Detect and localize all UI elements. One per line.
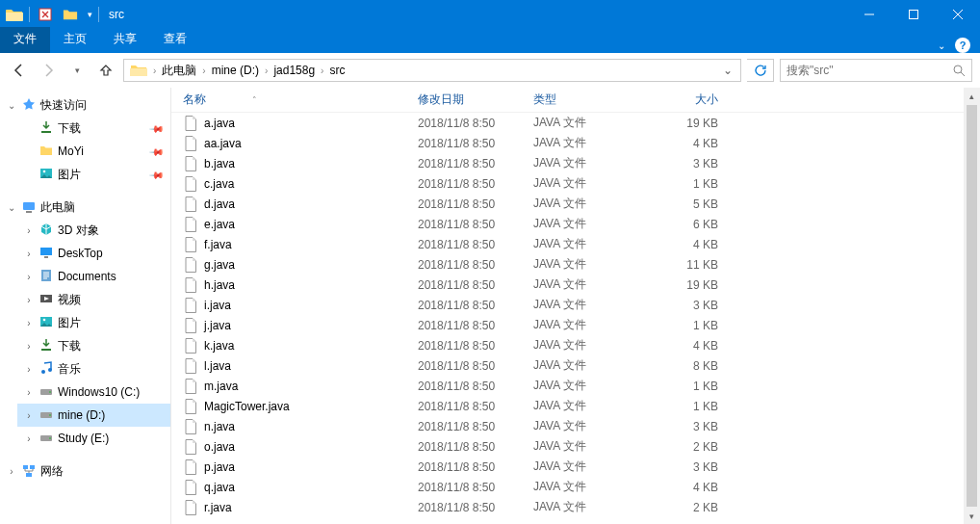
minimize-button[interactable] [847,0,891,29]
chevron-right-icon[interactable]: › [23,410,35,421]
file-date: 2018/11/8 8:50 [418,339,533,353]
search-box[interactable] [780,59,972,82]
nav-recent-button[interactable]: ▾ [65,59,89,82]
tree-item-pc[interactable]: ›DeskTop [17,242,170,265]
file-row[interactable]: e.java2018/11/8 8:50JAVA 文件6 KB [171,214,980,234]
scroll-up-button[interactable]: ▴ [964,88,980,104]
chevron-right-icon[interactable]: › [23,225,35,236]
chevron-right-icon[interactable]: › [23,295,35,305]
crumb-thispc[interactable]: 此电脑 [158,63,200,79]
file-row[interactable]: c.java2018/11/8 8:50JAVA 文件1 KB [171,173,980,194]
nav-up-button[interactable] [94,59,117,82]
crumb-folder2[interactable]: src [325,64,348,77]
file-size: 1 KB [653,319,730,332]
chevron-right-icon[interactable]: › [23,387,35,398]
chevron-right-icon[interactable]: › [23,249,35,259]
ribbon-expand-button[interactable]: ⌄ [938,40,945,51]
chevron-right-icon[interactable]: › [23,318,35,328]
help-button[interactable]: ? [955,38,970,53]
tree-item-pc[interactable]: ›Windows10 (C:) [17,380,170,404]
tab-view[interactable]: 查看 [150,27,200,53]
file-row[interactable]: p.java2018/11/8 8:50JAVA 文件3 KB [171,457,980,477]
file-row[interactable]: g.java2018/11/8 8:50JAVA 文件11 KB [171,254,980,275]
tree-item-pc[interactable]: ›mine (D:) [17,404,170,427]
file-row[interactable]: j.java2018/11/8 8:50JAVA 文件1 KB [171,315,980,335]
file-row[interactable]: d.java2018/11/8 8:50JAVA 文件5 KB [171,194,980,214]
search-input[interactable] [787,64,941,77]
chevron-down-icon[interactable]: ⌄ [6,100,17,111]
tree-item-label: mine (D:) [58,408,105,422]
file-row[interactable]: a.java2018/11/8 8:50JAVA 文件19 KB [171,113,980,133]
close-button[interactable] [936,0,980,29]
tree-item-pc[interactable]: ›Study (E:) [17,427,170,450]
crumb-drive[interactable]: mine (D:) [208,64,263,77]
column-header-name[interactable]: 名称˄ [183,92,418,108]
nav-forward-button[interactable] [37,59,60,82]
tree-item-pc[interactable]: ›视频 [17,288,170,311]
chevron-right-icon[interactable]: › [200,66,207,76]
tree-item-pc[interactable]: ›图片 [17,311,170,334]
qat-properties-button[interactable] [36,5,55,24]
chevron-right-icon[interactable]: › [23,341,35,352]
tree-item-pc[interactable]: ›3D 对象 [17,219,170,242]
file-rows[interactable]: a.java2018/11/8 8:50JAVA 文件19 KBaa.java2… [171,113,980,524]
chevron-right-icon[interactable]: › [319,66,325,76]
tree-this-pc[interactable]: ⌄ 此电脑 [0,196,170,219]
file-row[interactable]: o.java2018/11/8 8:50JAVA 文件2 KB [171,436,980,457]
svg-point-2 [954,66,962,73]
file-name: c.java [204,177,234,191]
file-row[interactable]: n.java2018/11/8 8:50JAVA 文件3 KB [171,416,980,436]
chevron-right-icon[interactable]: › [23,272,35,282]
file-row[interactable]: q.java2018/11/8 8:50JAVA 文件4 KB [171,477,980,497]
chevron-right-icon[interactable]: › [263,66,270,76]
chevron-down-icon[interactable]: ⌄ [6,202,17,213]
file-row[interactable]: k.java2018/11/8 8:50JAVA 文件4 KB [171,335,980,355]
tab-file[interactable]: 文件 [0,27,50,53]
scroll-down-button[interactable]: ▾ [964,508,980,524]
file-name: n.java [204,420,235,433]
tree-item-pc[interactable]: ›下载 [17,334,170,357]
chevron-right-icon[interactable]: › [23,433,35,444]
file-date: 2018/11/8 8:50 [418,420,533,433]
tree-quick-access[interactable]: ⌄ 快速访问 [0,93,170,117]
pin-icon: 📌 [149,120,165,136]
file-row[interactable]: aa.java2018/11/8 8:50JAVA 文件4 KB [171,133,980,153]
tree-network[interactable]: › 网络 [0,459,170,483]
tree-item-qa[interactable]: 下载📌 [17,117,170,140]
nav-back-button[interactable] [8,59,31,82]
qat-newfolder-button[interactable] [61,5,80,24]
tab-share[interactable]: 共享 [100,27,150,53]
file-row[interactable]: h.java2018/11/8 8:50JAVA 文件19 KB [171,275,980,295]
column-header-size[interactable]: 大小 [653,92,730,108]
file-row[interactable]: i.java2018/11/8 8:50JAVA 文件3 KB [171,295,980,315]
chevron-right-icon[interactable]: › [151,66,158,76]
file-row[interactable]: f.java2018/11/8 8:50JAVA 文件4 KB [171,234,980,254]
titlebar: ▾ src [0,0,980,29]
tree-item-pc[interactable]: ›Documents [17,265,170,288]
chevron-right-icon[interactable]: › [6,466,17,477]
maximize-button[interactable] [891,0,936,29]
qat-customize-button[interactable]: ▾ [88,10,92,19]
file-row[interactable]: m.java2018/11/8 8:50JAVA 文件1 KB [171,376,980,396]
tree-item-pc[interactable]: ›音乐 [17,357,170,380]
column-header-date[interactable]: 修改日期 [418,92,533,108]
file-row[interactable]: b.java2018/11/8 8:50JAVA 文件3 KB [171,153,980,173]
address-dropdown-button[interactable]: ⌄ [717,64,738,77]
svg-point-4 [43,170,46,172]
scroll-thumb[interactable] [967,105,977,507]
navigation-pane[interactable]: ⌄ 快速访问 下载📌MoYi📌图片📌 ⌄ 此电脑 ›3D 对象›DeskTop›… [0,88,171,524]
file-date: 2018/11/8 8:50 [418,460,533,474]
file-type: JAVA 文件 [533,115,653,131]
crumb-folder1[interactable]: jad158g [270,64,319,77]
file-row[interactable]: MagicTower.java2018/11/8 8:50JAVA 文件1 KB [171,396,980,416]
file-row[interactable]: r.java2018/11/8 8:50JAVA 文件2 KB [171,497,980,517]
vertical-scrollbar[interactable]: ▴ ▾ [964,88,980,524]
tree-item-qa[interactable]: MoYi📌 [17,140,170,163]
file-row[interactable]: l.java2018/11/8 8:50JAVA 文件8 KB [171,355,980,376]
refresh-button[interactable] [747,59,774,82]
address-bar[interactable]: › 此电脑 › mine (D:) › jad158g › src ⌄ [123,59,741,82]
chevron-right-icon[interactable]: › [23,364,35,375]
tab-home[interactable]: 主页 [50,27,100,53]
tree-item-qa[interactable]: 图片📌 [17,163,170,186]
column-header-type[interactable]: 类型 [533,92,653,108]
